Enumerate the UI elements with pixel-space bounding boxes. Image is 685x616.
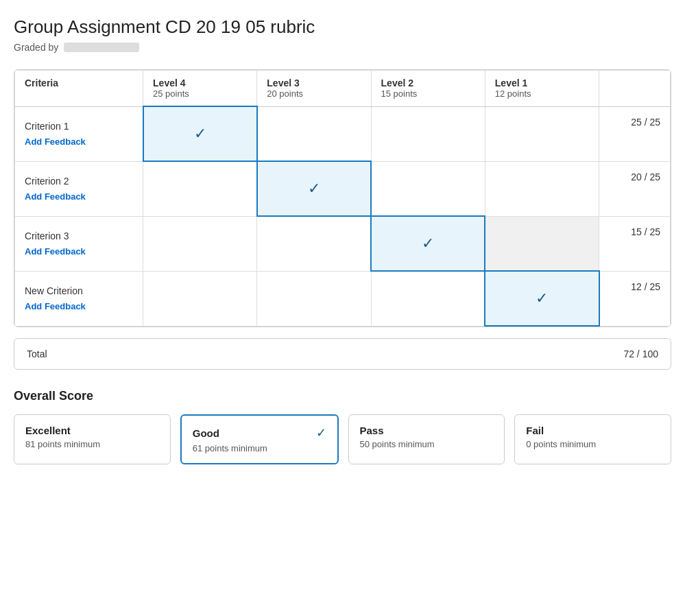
level-cell-row0-col1[interactable] <box>257 106 371 161</box>
criterion-name: New Criterion <box>25 285 133 296</box>
checkmark-icon: ✓ <box>267 171 361 206</box>
level3-header: Level 3 20 points <box>257 71 371 107</box>
level-cell-row3-col2[interactable] <box>371 271 485 326</box>
criterion-cell-2: Criterion 3 Add Feedback <box>15 216 143 271</box>
level-cell-row1-col2[interactable] <box>371 161 485 216</box>
criterion-cell-1: Criterion 2 Add Feedback <box>15 161 143 216</box>
table-row: Criterion 1 Add Feedback ✓25 / 25 <box>15 106 671 161</box>
total-score: 72 / 100 <box>623 348 658 359</box>
score-card-1[interactable]: Good ✓ 61 points minimum <box>180 414 339 464</box>
level-cell-row2-col2[interactable]: ✓ <box>371 216 485 271</box>
level-cell-row1-col1[interactable]: ✓ <box>257 161 371 216</box>
page-title: Group Assignment CD 20 19 05 rubric <box>14 16 671 38</box>
score-card-header: Good ✓ <box>193 425 326 440</box>
criterion-name: Criterion 1 <box>25 121 133 132</box>
score-card-2[interactable]: Pass 50 points minimum <box>348 414 505 464</box>
score-card-min: 50 points minimum <box>360 439 494 449</box>
score-card-name: Good <box>193 427 219 439</box>
level-cell-row2-col1[interactable] <box>257 216 371 271</box>
overall-score-title: Overall Score <box>14 389 671 403</box>
table-row: Criterion 3 Add Feedback ✓15 / 25 <box>15 216 671 271</box>
level3-name: Level 3 <box>267 78 361 88</box>
level2-header: Level 2 15 points <box>371 71 485 107</box>
level2-name: Level 2 <box>381 78 475 88</box>
level-cell-row3-col3[interactable]: ✓ <box>485 271 599 326</box>
score-card-3[interactable]: Fail 0 points minimum <box>514 414 671 464</box>
table-row: Criterion 2 Add Feedback ✓20 / 25 <box>15 161 671 216</box>
graded-by-row: Graded by <box>14 42 671 53</box>
score-card-header: Pass <box>360 425 494 436</box>
rubric-container: Criteria Level 4 25 points Level 3 20 po… <box>14 69 671 327</box>
level4-header: Level 4 25 points <box>143 71 257 107</box>
level-cell-row3-col1[interactable] <box>257 271 371 326</box>
criterion-name: Criterion 2 <box>25 176 133 187</box>
level1-points: 12 points <box>495 88 589 99</box>
check-icon: ✓ <box>316 425 326 440</box>
table-row: New Criterion Add Feedback ✓12 / 25 <box>15 271 671 326</box>
score-card-min: 0 points minimum <box>526 439 660 449</box>
score-card-name: Pass <box>360 425 384 436</box>
add-feedback-link[interactable]: Add Feedback <box>25 191 86 202</box>
score-card-header: Fail <box>526 425 660 436</box>
score-cell-row0: 25 / 25 <box>599 106 671 161</box>
add-feedback-link[interactable]: Add Feedback <box>25 246 86 257</box>
score-card-min: 61 points minimum <box>193 443 326 453</box>
level-cell-row0-col2[interactable] <box>371 106 485 161</box>
score-cell-row1: 20 / 25 <box>599 161 671 216</box>
checkmark-icon: ✓ <box>154 117 247 151</box>
criterion-name: Criterion 3 <box>25 230 133 241</box>
score-cards: Excellent 81 points minimum Good ✓ 61 po… <box>14 414 671 464</box>
score-card-0[interactable]: Excellent 81 points minimum <box>14 414 171 464</box>
level1-header: Level 1 12 points <box>485 71 599 107</box>
score-card-name: Fail <box>526 425 544 436</box>
rubric-header-row: Criteria Level 4 25 points Level 3 20 po… <box>15 71 671 107</box>
level-cell-row1-col0[interactable] <box>143 161 257 216</box>
level-cell-row2-col0[interactable] <box>143 216 257 271</box>
grader-name-redacted <box>64 43 139 52</box>
checkmark-icon: ✓ <box>495 281 588 316</box>
level4-name: Level 4 <box>153 78 247 88</box>
score-cell-row2: 15 / 25 <box>599 216 671 271</box>
criterion-cell-3: New Criterion Add Feedback <box>15 271 143 326</box>
level2-points: 15 points <box>381 88 475 99</box>
criteria-header: Criteria <box>15 71 143 107</box>
rubric-table: Criteria Level 4 25 points Level 3 20 po… <box>14 70 671 327</box>
score-card-min: 81 points minimum <box>25 439 159 449</box>
add-feedback-link[interactable]: Add Feedback <box>25 137 86 147</box>
level1-name: Level 1 <box>495 78 589 88</box>
criterion-cell-0: Criterion 1 Add Feedback <box>15 106 143 161</box>
level-cell-row3-col0[interactable] <box>143 271 257 326</box>
level-cell-row0-col0[interactable]: ✓ <box>143 106 257 161</box>
score-card-name: Excellent <box>25 425 71 436</box>
total-label: Total <box>27 348 47 359</box>
checkmark-icon: ✓ <box>381 226 474 261</box>
level-cell-row0-col3[interactable] <box>485 106 599 161</box>
level-cell-row1-col3[interactable] <box>485 161 599 216</box>
add-feedback-link[interactable]: Add Feedback <box>25 301 86 311</box>
level4-points: 25 points <box>153 88 247 99</box>
level-cell-row2-col3[interactable] <box>485 216 599 271</box>
score-card-header: Excellent <box>25 425 159 436</box>
score-cell-row3: 12 / 25 <box>599 271 671 326</box>
graded-by-label: Graded by <box>14 42 58 53</box>
score-header <box>599 71 671 107</box>
total-row: Total 72 / 100 <box>14 338 671 370</box>
level3-points: 20 points <box>267 88 361 99</box>
